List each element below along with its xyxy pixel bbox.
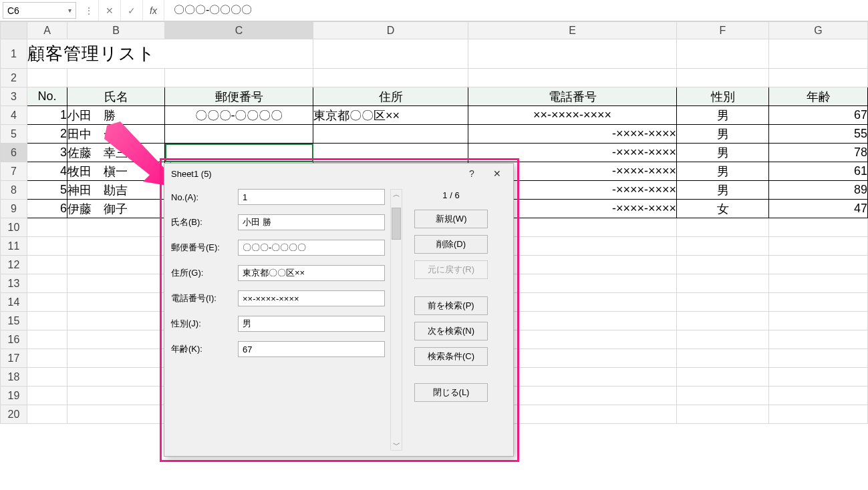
sheet-title[interactable]: 顧客管理リスト <box>27 39 313 69</box>
data-header[interactable]: 住所 <box>313 87 468 106</box>
data-header[interactable]: 郵便番号 <box>165 87 313 106</box>
data-header[interactable]: 年齢 <box>769 87 868 106</box>
row-header[interactable]: 14 <box>1 293 27 312</box>
cell[interactable]: 伊藤 御子 <box>67 200 165 218</box>
scroll-up-icon[interactable]: ︿ <box>393 191 400 198</box>
close-button[interactable]: 閉じる(L) <box>414 383 488 402</box>
addr-input[interactable] <box>238 265 385 281</box>
row-header[interactable]: 20 <box>1 405 27 424</box>
dialog-scrollbar[interactable]: ︿ ﹀ <box>390 189 402 451</box>
cell[interactable]: -××××-×××× <box>468 125 677 144</box>
cell[interactable]: 田中 一 <box>67 125 165 144</box>
table-row: 2 <box>1 69 868 87</box>
row-header[interactable]: 7 <box>1 162 27 181</box>
formula-input[interactable]: 〇〇〇-〇〇〇〇 <box>164 0 868 21</box>
cell[interactable]: 神田 勘吉 <box>67 181 165 200</box>
find-prev-button[interactable]: 前を検索(P) <box>414 296 488 315</box>
cell[interactable]: 男 <box>677 125 769 144</box>
row-header[interactable]: 16 <box>1 330 27 349</box>
cell[interactable]: 47 <box>769 200 868 218</box>
row-header[interactable]: 4 <box>1 106 27 125</box>
row-header[interactable]: 12 <box>1 256 27 274</box>
close-icon[interactable]: ✕ <box>485 166 509 181</box>
sex-input[interactable] <box>238 316 385 332</box>
cell[interactable]: 4 <box>27 162 67 181</box>
row-header[interactable]: 10 <box>1 218 27 237</box>
cell[interactable]: -××××-×××× <box>468 144 677 162</box>
field-tel: 電話番号(I): <box>171 290 385 306</box>
help-button[interactable]: ? <box>460 166 484 181</box>
cell[interactable]: 男 <box>677 144 769 162</box>
col-header[interactable]: E <box>468 22 677 39</box>
check-icon[interactable]: ✓ <box>121 0 143 21</box>
row-header[interactable]: 11 <box>1 237 27 256</box>
cell[interactable] <box>313 144 468 162</box>
cell[interactable]: 男 <box>677 106 769 125</box>
row-header[interactable]: 15 <box>1 312 27 330</box>
data-header[interactable]: 電話番号 <box>468 87 677 106</box>
find-next-button[interactable]: 次を検索(N) <box>414 322 488 340</box>
cell[interactable] <box>313 125 468 144</box>
criteria-button[interactable]: 検索条件(C) <box>414 347 488 366</box>
data-header[interactable]: 性別 <box>677 87 769 106</box>
row-header[interactable]: 5 <box>1 125 27 144</box>
row-header[interactable]: 2 <box>1 69 27 87</box>
cell[interactable]: 牧田 槇一 <box>67 162 165 181</box>
cell[interactable]: 55 <box>769 125 868 144</box>
cell[interactable]: 78 <box>769 144 868 162</box>
row-header[interactable]: 1 <box>1 39 27 69</box>
cell-selected[interactable] <box>165 144 313 162</box>
cell[interactable] <box>165 125 313 144</box>
cell[interactable]: ××-××××-×××× <box>468 106 677 125</box>
data-header[interactable]: No. <box>27 87 67 106</box>
col-header[interactable]: D <box>313 22 468 39</box>
cell[interactable]: 佐藤 幸三 <box>67 144 165 162</box>
scroll-down-icon[interactable]: ﹀ <box>393 441 400 449</box>
row-header[interactable]: 19 <box>1 387 27 405</box>
delete-button[interactable]: 削除(D) <box>414 235 488 254</box>
row-header[interactable]: 8 <box>1 181 27 200</box>
cell[interactable]: 〇〇〇-〇〇〇〇 <box>165 106 313 125</box>
row-header[interactable]: 6 <box>1 144 27 162</box>
row-header[interactable]: 17 <box>1 349 27 368</box>
field-label: 郵便番号(E): <box>171 242 238 254</box>
cell[interactable]: 61 <box>769 162 868 181</box>
row-header[interactable]: 13 <box>1 274 27 293</box>
col-header[interactable]: F <box>677 22 769 39</box>
cell[interactable]: 2 <box>27 125 67 144</box>
cell[interactable]: 1 <box>27 106 67 125</box>
formula-bar: C6 ▾ ⋮ ✕ ✓ fx 〇〇〇-〇〇〇〇 <box>0 0 868 21</box>
col-header[interactable]: C <box>165 22 313 39</box>
name-box[interactable]: C6 ▾ <box>3 2 76 19</box>
data-form-dialog: Sheet1 (5) ? ✕ No.(A): 氏名(B): 郵便番号(E): <box>164 163 514 457</box>
tel-input[interactable] <box>238 290 385 306</box>
age-input[interactable] <box>238 341 385 357</box>
name-input[interactable] <box>238 214 385 230</box>
scroll-thumb[interactable] <box>392 208 401 240</box>
cell[interactable]: 5 <box>27 181 67 200</box>
cell[interactable]: 67 <box>769 106 868 125</box>
cancel-icon[interactable]: ✕ <box>99 0 121 21</box>
col-header[interactable]: A <box>27 22 67 39</box>
col-header[interactable]: B <box>67 22 165 39</box>
cell[interactable]: 89 <box>769 181 868 200</box>
cell[interactable]: 女 <box>677 200 769 218</box>
field-sex: 性別(J): <box>171 316 385 332</box>
cell[interactable]: 3 <box>27 144 67 162</box>
cell[interactable]: 小田 勝 <box>67 106 165 125</box>
row-header[interactable]: 3 <box>1 87 27 106</box>
col-header[interactable]: G <box>769 22 868 39</box>
fx-icon[interactable]: fx <box>143 0 164 21</box>
row-header[interactable]: 9 <box>1 200 27 218</box>
no-input[interactable] <box>238 189 385 205</box>
select-all-corner[interactable] <box>1 22 27 39</box>
cell[interactable]: 男 <box>677 181 769 200</box>
cell[interactable]: 東京都〇〇区×× <box>313 106 468 125</box>
dots-icon[interactable]: ⋮ <box>79 0 99 21</box>
cell[interactable]: 男 <box>677 162 769 181</box>
cell[interactable]: 6 <box>27 200 67 218</box>
zip-input[interactable] <box>238 240 385 256</box>
new-button[interactable]: 新規(W) <box>414 210 488 228</box>
data-header[interactable]: 氏名 <box>67 87 165 106</box>
row-header[interactable]: 18 <box>1 368 27 387</box>
